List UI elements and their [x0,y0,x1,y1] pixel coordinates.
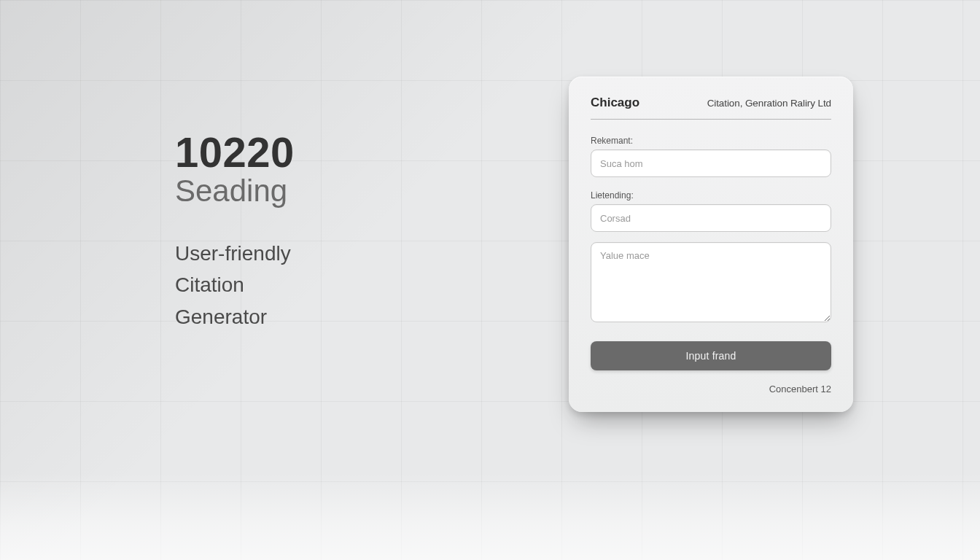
card-header-right: Citation, Genration Raliry Ltd [707,98,831,109]
submit-button[interactable]: Input frand [591,341,831,370]
hero-number: 10220 [175,128,295,176]
tagline-line-2: Citation [175,269,295,300]
notes-textarea[interactable] [591,242,831,322]
field-1-label: Rekemant: [591,136,831,146]
card-header: Chicago Citation, Genration Raliry Ltd [591,96,831,120]
card-footer-note: Concenbert 12 [591,384,831,394]
floor-gradient [0,472,980,560]
card-brand: Chicago [591,96,639,110]
field-2-input[interactable] [591,204,831,232]
hero-tagline: User-friendly Citation Generator [175,238,295,332]
citation-form-card: Chicago Citation, Genration Raliry Ltd R… [569,77,853,412]
hero-subtitle: Seading [175,174,295,209]
field-2-label: Lietending: [591,190,831,201]
hero-block: 10220 Seading User-friendly Citation Gen… [175,128,295,332]
tagline-line-3: Generator [175,301,295,332]
tagline-line-1: User-friendly [175,242,291,265]
field-1-input[interactable] [591,149,831,177]
